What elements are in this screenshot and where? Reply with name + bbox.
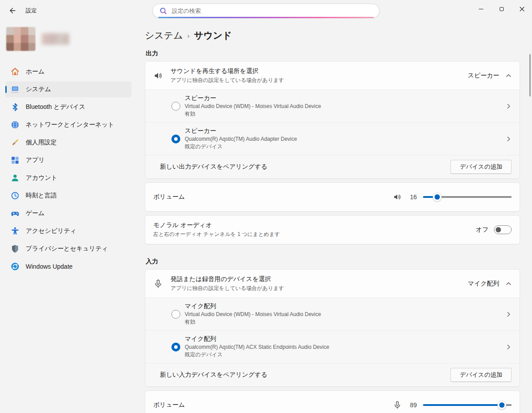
chevron-right-icon[interactable] (505, 136, 512, 142)
maximize-button[interactable] (491, 0, 512, 18)
slider-fill (423, 404, 502, 406)
output-section-title: 出力 (146, 50, 520, 58)
breadcrumb-separator: › (187, 31, 190, 39)
sidebar-item-bluetooth-devices[interactable]: Bluetooth とデバイス (5, 99, 132, 115)
radio-unselected[interactable] (171, 102, 180, 111)
device-description: Qualcomm(R) Aqstic(TM) Audio Adapter Dev… (185, 136, 500, 142)
device-status: 既定のデバイス (185, 351, 500, 359)
sidebar-item-accounts[interactable]: アカウント (5, 170, 132, 186)
sidebar-item-privacy-security[interactable]: プライバシーとセキュリティ (5, 241, 132, 257)
device-name: スピーカー (185, 127, 500, 135)
sidebar-item-label: システム (26, 85, 51, 93)
device-name: マイク配列 (185, 302, 500, 310)
close-button[interactable] (512, 0, 532, 18)
output-volume-value: 16 (406, 193, 417, 201)
apps-icon (11, 156, 19, 165)
pair-output-device-label: 新しい出力デバイスをペアリングする (160, 163, 268, 171)
sidebar-item-personalization[interactable]: 個人用設定 (5, 135, 132, 151)
sidebar-item-time-language[interactable]: 時刻と言語 (5, 188, 132, 204)
speaker-icon (153, 71, 163, 81)
sidebar-item-label: ネットワークとインターネット (26, 121, 114, 129)
device-name: スピーカー (185, 94, 500, 102)
microphone-small-icon[interactable] (393, 401, 402, 409)
mono-audio-subtitle: 左と右のオーディオ チャンネルを 1 つにまとめます (153, 231, 476, 238)
radio-unselected[interactable] (171, 310, 180, 319)
accounts-icon (11, 174, 19, 182)
personalization-icon (11, 138, 19, 147)
slider-thumb[interactable] (433, 193, 442, 201)
microphone-icon (153, 279, 163, 289)
user-profile[interactable] (6, 27, 137, 51)
sidebar-item-network-internet[interactable]: ネットワークとインターネット (5, 117, 132, 133)
input-volume-value: 89 (406, 401, 417, 409)
output-selected-device-label: スピーカー (468, 72, 499, 80)
page-title: サウンド (194, 29, 232, 42)
chevron-up-icon[interactable] (505, 281, 512, 287)
slider-fill (423, 196, 437, 198)
breadcrumb-system[interactable]: システム (145, 29, 183, 42)
mono-audio-toggle[interactable] (494, 225, 512, 234)
privacy-shield-icon (11, 244, 19, 253)
app-title: 設定 (26, 7, 37, 15)
minimize-icon (479, 9, 483, 9)
sidebar-item-label: プライバシーとセキュリティ (26, 245, 108, 253)
output-chooser-title: サウンドを再生する場所を選択 (171, 67, 460, 75)
scrollbar[interactable] (529, 54, 531, 96)
sidebar-item-label: アクセシビリティ (26, 227, 77, 235)
sidebar-item-gaming[interactable]: ゲーム (5, 205, 132, 221)
accessibility-icon (11, 227, 19, 235)
add-input-device-button[interactable]: デバイスの追加 (450, 368, 512, 382)
sidebar-item-windows-update[interactable]: Windows Update (5, 259, 132, 274)
sidebar-item-apps[interactable]: アプリ (5, 152, 132, 168)
input-volume-slider[interactable] (423, 401, 512, 409)
sidebar-item-home[interactable]: ホーム (5, 64, 132, 80)
sidebar-item-accessibility[interactable]: アクセシビリティ (5, 223, 132, 239)
sidebar-item-system[interactable]: システム (5, 81, 132, 97)
home-icon (11, 67, 19, 76)
input-device-header[interactable]: 発話または録音用のデバイスを選択 アプリに独自の設定をしている場合があります マ… (145, 270, 520, 297)
radio-selected[interactable] (171, 343, 180, 351)
input-section-title: 入力 (146, 258, 520, 266)
device-name: マイク配列 (185, 335, 500, 343)
titlebar: 設定 (0, 0, 532, 21)
bluetooth-icon (11, 103, 19, 112)
input-chooser-title: 発話または録音用のデバイスを選択 (171, 275, 460, 283)
mono-audio-card: モノラル オーディオ 左と右のオーディオ チャンネルを 1 つにまとめます オフ (145, 215, 520, 244)
device-description: Virtual Audio Device (WDM) - Moises Virt… (185, 103, 500, 109)
close-icon (520, 7, 524, 12)
device-status: 既定のデバイス (185, 143, 500, 151)
back-arrow-icon (9, 7, 16, 14)
sidebar: ホーム システム Bluetooth とデバイス (0, 21, 137, 413)
radio-selected[interactable] (171, 135, 180, 143)
input-volume-card: ボリューム 89 (145, 390, 520, 413)
output-volume-slider[interactable] (423, 193, 512, 201)
maximize-icon (500, 7, 504, 11)
search-icon (159, 7, 167, 15)
output-volume-card: ボリューム 16 (145, 182, 520, 212)
user-name-redacted (42, 33, 69, 45)
search-input[interactable] (172, 8, 373, 14)
output-device-header[interactable]: サウンドを再生する場所を選択 アプリに独自の設定をしている場合があります スピー… (145, 62, 520, 89)
chevron-right-icon[interactable] (505, 103, 512, 109)
speaker-small-icon[interactable] (393, 193, 402, 201)
sidebar-nav: ホーム システム Bluetooth とデバイス (5, 64, 137, 274)
minimize-button[interactable] (471, 0, 491, 18)
back-button[interactable] (4, 4, 21, 18)
network-icon (11, 120, 19, 129)
sidebar-item-label: 時刻と言語 (26, 192, 57, 200)
chevron-right-icon[interactable] (505, 344, 512, 350)
output-device-option-qualcomm[interactable]: スピーカー Qualcomm(R) Aqstic(TM) Audio Adapt… (145, 122, 520, 155)
input-device-option-qualcomm[interactable]: マイク配列 Qualcomm(R) Aqstic(TM) ACX Static … (145, 330, 520, 363)
slider-thumb[interactable] (497, 401, 506, 409)
device-status: 有効 (185, 110, 500, 118)
sidebar-item-label: アプリ (26, 156, 45, 164)
input-selected-device-label: マイク配列 (468, 280, 499, 288)
input-device-option-virtual[interactable]: マイク配列 Virtual Audio Device (WDM) - Moise… (145, 297, 520, 330)
chevron-up-icon[interactable] (505, 73, 512, 79)
output-device-option-virtual[interactable]: スピーカー Virtual Audio Device (WDM) - Moise… (145, 89, 520, 122)
search-box[interactable] (152, 4, 380, 18)
add-output-device-button[interactable]: デバイスの追加 (450, 160, 512, 174)
device-description: Virtual Audio Device (WDM) - Moises Virt… (185, 311, 500, 317)
chevron-right-icon[interactable] (505, 311, 512, 317)
sidebar-item-label: ホーム (26, 68, 45, 76)
